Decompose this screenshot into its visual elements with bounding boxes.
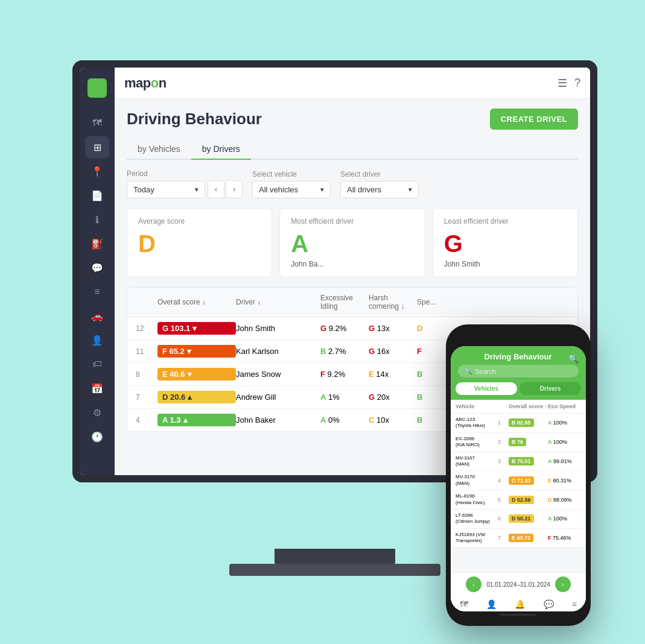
driver-cell: Karl Karlson	[236, 347, 320, 356]
logo-text: mapon	[124, 75, 167, 91]
search-placeholder: Search	[475, 368, 496, 375]
vehicle-name: LT-6286(Citroen Jumpy)	[456, 513, 498, 525]
prev-date-button[interactable]: ‹	[466, 576, 481, 592]
sidebar-item-location[interactable]: 📍	[85, 160, 109, 182]
score: E 43.72	[509, 534, 548, 542]
period-nav-buttons: ‹ ›	[208, 180, 243, 198]
driver-select[interactable]: All drivers ▾	[340, 181, 419, 198]
bottom-nav-person-icon[interactable]: 👤	[486, 599, 497, 609]
page-title: Driving Behaviour	[127, 110, 262, 128]
bottom-nav-menu-icon[interactable]: ≡	[572, 599, 577, 609]
sidebar-item-fuel[interactable]: ⛽	[85, 233, 109, 254]
sidebar-item-vehicle[interactable]: 🚗	[85, 305, 109, 327]
driver-cell: John Baker	[236, 415, 320, 425]
average-score-grade: D	[138, 230, 261, 257]
col-header-score: Overall score ↓	[157, 298, 236, 306]
average-score-title: Average score	[138, 217, 261, 226]
sidebar-item-tag[interactable]: 🏷	[85, 353, 109, 375]
bottom-nav-map-icon[interactable]: 🗺	[460, 599, 468, 609]
vehicle-select[interactable]: All vehicles ▾	[252, 181, 331, 198]
list-item: KJ51893 (VW Transporter) 7 E 43.72 F 75.…	[451, 529, 586, 548]
harsh-cell: E 14x	[369, 370, 417, 379]
least-efficient-grade: G	[444, 230, 567, 257]
sidebar-item-info[interactable]: ℹ	[85, 209, 109, 230]
top-bar-icons: ☰ ?	[558, 77, 580, 90]
sidebar-item-calendar[interactable]: 📅	[85, 377, 109, 399]
score-badge: A 1.3 ▴	[157, 414, 236, 426]
phone-search-icon[interactable]: 🔍	[568, 354, 579, 364]
sidebar-item-settings[interactable]: ⚙	[85, 402, 109, 423]
phone-search-bar[interactable]: 🔍 Search	[458, 365, 579, 377]
phone-home-bar	[500, 614, 536, 616]
page-header: Driving Behaviour CREATE DRIVEL	[127, 109, 578, 130]
score-badge: F 65.2 ▾	[157, 345, 236, 358]
prev-period-button[interactable]: ‹	[208, 180, 224, 198]
score: B 76	[509, 438, 548, 446]
most-efficient-grade: A	[291, 230, 413, 257]
driver-chevron-icon: ▾	[408, 186, 412, 194]
excess-cell: A 1%	[320, 393, 369, 402]
average-score-card: Average score D	[127, 208, 272, 277]
period-select[interactable]: Today ▾	[127, 181, 205, 198]
sidebar: 🗺 ⊞ 📍 📄 ℹ ⛽ 💬 ≡ 🚗 👤 🏷 📅 ⚙ 🕐	[80, 68, 115, 475]
vehicle-chevron-icon: ▾	[320, 186, 324, 194]
tab-by-vehicles[interactable]: by Vehicles	[127, 139, 191, 160]
next-period-button[interactable]: ›	[226, 180, 243, 198]
eco: E 80.31%	[548, 478, 581, 484]
bottom-nav-chat-icon[interactable]: 💬	[544, 599, 554, 609]
vehicle-name: ABC-123(Toyota Hilux)	[456, 417, 498, 429]
vehicle-name: EX-2896(KIA NIRO)	[456, 436, 498, 449]
driver-label: Select driver	[340, 170, 419, 178]
score-cell: E 40.6 ▾	[157, 368, 236, 380]
trend-icon: ▾	[188, 370, 192, 379]
most-efficient-title: Most efficient driver	[291, 217, 413, 226]
speed-cell: D	[417, 324, 453, 333]
col-header-driver: Driver ↓	[236, 298, 320, 306]
vehicle-name: KJ51893 (VW Transporter)	[456, 532, 498, 545]
harsh-cell: G 20x	[369, 393, 417, 402]
score: D 50.21	[509, 514, 548, 523]
create-driver-button[interactable]: CREATE DRIVEL	[490, 109, 578, 130]
least-efficient-name: John Smith	[444, 260, 567, 268]
score-badge: E 40.6 ▾	[157, 368, 236, 380]
vehicle-name: ML-8196(Honda Civic)	[456, 493, 498, 506]
rank-cell: 12	[136, 324, 157, 333]
menu-icon[interactable]: ☰	[558, 77, 567, 90]
harsh-cell: C 10x	[369, 415, 417, 425]
phone-table-body: ABC-123(Toyota Hilux) 1 B 82.85 A 100% E…	[451, 414, 586, 572]
score-badge: G 103.1 ▾	[157, 322, 236, 335]
score: B 82.85	[509, 418, 548, 427]
score: D 52.56	[509, 496, 548, 504]
least-efficient-title: Least efficient driver	[444, 217, 567, 226]
sidebar-item-person[interactable]: 👤	[85, 329, 109, 351]
trend-icon: ▴	[188, 393, 192, 402]
vehicle-name: MV-3170(MAN)	[456, 474, 498, 487]
phone-tab-vehicles[interactable]: Vehicles	[456, 382, 517, 395]
sidebar-item-list[interactable]: ≡	[85, 281, 109, 303]
eco: A 99.01%	[548, 458, 581, 464]
table-header-row: Overall score ↓ Driver ↓ Excessive Idlin…	[127, 288, 577, 317]
trend-icon: ▴	[183, 415, 188, 425]
help-icon[interactable]: ?	[574, 77, 580, 89]
next-date-button[interactable]: ›	[555, 576, 571, 592]
phone-bottom-nav: 🗺 👤 🔔 💬 ≡	[451, 596, 586, 611]
phone-notch	[497, 332, 539, 344]
bottom-nav-bell-icon[interactable]: 🔔	[515, 599, 525, 609]
vehicle-label: Select vehicle	[252, 170, 331, 178]
score-cell: F 65.2 ▾	[157, 345, 236, 358]
list-item: MV-3167(MAN) 3 B 75.01 A 99.01%	[451, 452, 586, 472]
sidebar-item-clock[interactable]: 🕐	[85, 426, 109, 447]
ph-col-rank-header	[498, 403, 509, 409]
score: B 75.01	[509, 457, 548, 466]
phone-tab-drivers[interactable]: Drivers	[519, 382, 581, 395]
sidebar-item-dashboard[interactable]: ⊞	[85, 136, 109, 158]
col-header-excess: Excessive Idling	[320, 294, 369, 311]
col-header-speed: Spe...	[417, 298, 453, 306]
eco: A 100%	[548, 439, 581, 445]
sidebar-item-document[interactable]: 📄	[85, 185, 109, 206]
tab-by-drivers[interactable]: by Drivers	[191, 139, 251, 160]
sidebar-item-map[interactable]: 🗺	[85, 112, 109, 134]
most-efficient-name: John Ba...	[291, 260, 413, 268]
score: C 71.33	[509, 476, 548, 485]
sidebar-item-chat[interactable]: 💬	[85, 257, 109, 279]
